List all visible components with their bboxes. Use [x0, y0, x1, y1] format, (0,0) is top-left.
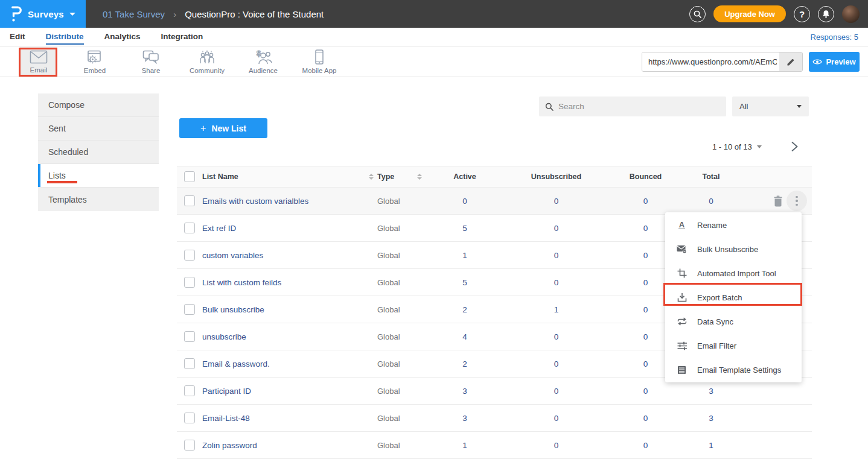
notifications-bell-icon[interactable] — [818, 6, 834, 22]
new-list-label: New List — [211, 124, 246, 133]
delete-list-icon[interactable] — [771, 193, 785, 209]
sidebar-item-lists[interactable]: Lists — [38, 164, 159, 188]
help-icon[interactable]: ? — [794, 6, 810, 22]
preview-label: Preview — [826, 57, 855, 66]
sort-icon[interactable] — [417, 174, 422, 180]
list-name-link[interactable]: Email & password. — [202, 359, 270, 369]
active-count[interactable]: 5 — [426, 278, 504, 287]
next-page-icon[interactable] — [791, 141, 799, 154]
tab-analytics[interactable]: Analytics — [104, 28, 141, 46]
sort-icon[interactable] — [369, 174, 374, 180]
preview-button[interactable]: Preview — [809, 52, 860, 72]
list-name-link[interactable]: Zolin password — [202, 441, 257, 450]
col-type[interactable]: Type — [377, 172, 394, 181]
channel-share[interactable]: Share — [132, 47, 170, 77]
active-count[interactable]: 1 — [426, 251, 504, 260]
list-name-link[interactable]: Emails with custom varialbles — [202, 197, 308, 206]
row-checkbox[interactable] — [184, 413, 195, 423]
row-checkbox[interactable] — [184, 195, 195, 206]
row-checkbox[interactable] — [184, 304, 195, 315]
channel-mobile-app[interactable]: Mobile App — [301, 47, 338, 77]
survey-url-input[interactable] — [642, 52, 779, 71]
channel-email[interactable]: Email — [20, 47, 57, 77]
list-type: Global — [377, 387, 426, 396]
responses-count[interactable]: Responses: 5 — [811, 33, 868, 42]
total-count[interactable]: 3 — [683, 414, 739, 423]
chevron-down-icon — [797, 105, 802, 108]
tab-distribute[interactable]: Distribute — [46, 28, 84, 46]
col-unsubscribed[interactable]: Unsubscribed — [504, 172, 608, 181]
active-count[interactable]: 3 — [426, 387, 504, 396]
col-list-name[interactable]: List Name — [202, 172, 238, 181]
list-name-link[interactable]: Email-List-48 — [202, 414, 250, 423]
menu-item-email-filter[interactable]: Email Filter — [665, 334, 802, 358]
col-bounced[interactable]: Bounced — [608, 172, 683, 181]
unsubscribed-count: 0 — [504, 414, 608, 423]
active-count[interactable]: 2 — [426, 305, 504, 314]
menu-label: Email Template Settings — [697, 365, 781, 375]
channel-list: Email Embed Share Community $ Audience M… — [20, 47, 338, 77]
sidebar-item-compose[interactable]: Compose — [38, 93, 159, 117]
channel-audience[interactable]: $ Audience — [244, 47, 282, 77]
active-count[interactable]: 0 — [426, 197, 504, 206]
list-name-link[interactable]: List with custom feilds — [202, 278, 281, 287]
menu-item-email-template-settings[interactable]: Email Template Settings — [665, 358, 802, 382]
active-count[interactable]: 3 — [426, 414, 504, 423]
tab-edit[interactable]: Edit — [10, 28, 25, 46]
channel-label: Community — [190, 67, 225, 74]
list-name-link[interactable]: custom variables — [202, 251, 263, 260]
active-count[interactable]: 5 — [426, 224, 504, 233]
total-count[interactable]: 1 — [683, 441, 739, 450]
row-checkbox[interactable] — [184, 250, 195, 261]
menu-item-automated-import-tool[interactable]: Automated Import Tool — [665, 261, 802, 285]
tab-integration[interactable]: Integration — [161, 28, 203, 46]
menu-item-data-sync[interactable]: Data Sync — [665, 309, 802, 334]
row-checkbox[interactable] — [184, 358, 195, 369]
select-all-checkbox[interactable] — [184, 171, 195, 182]
sidebar-item-templates[interactable]: Templates — [38, 188, 159, 211]
new-list-button[interactable]: + New List — [179, 118, 267, 138]
list-name-link[interactable]: Participant ID — [202, 387, 251, 396]
col-total[interactable]: Total — [683, 172, 739, 181]
active-count[interactable]: 1 — [426, 441, 504, 450]
table-row[interactable]: Emails with custom varialbles Global 0 0… — [177, 188, 812, 215]
distribute-toolbar: Email Embed Share Community $ Audience M… — [0, 47, 868, 77]
product-switcher[interactable]: Surveys — [0, 0, 86, 28]
total-count[interactable]: 3 — [683, 387, 739, 396]
list-name-link[interactable]: Bulk unsubscribe — [202, 305, 264, 314]
row-checkbox[interactable] — [184, 385, 195, 396]
list-name-link[interactable]: Ext ref ID — [202, 224, 236, 233]
table-row[interactable]: Email-List-48 Global 3 0 0 3 — [177, 405, 812, 432]
list-filter-dropdown[interactable]: All — [732, 96, 809, 116]
sidebar-item-scheduled[interactable]: Scheduled — [38, 141, 159, 164]
row-checkbox[interactable] — [184, 440, 195, 451]
search-input[interactable] — [558, 102, 720, 111]
menu-item-export-batch[interactable]: Export Batch — [665, 285, 802, 309]
user-avatar[interactable] — [842, 5, 860, 23]
row-checkbox[interactable] — [184, 331, 195, 342]
menu-label: Data Sync — [697, 317, 733, 326]
active-count[interactable]: 4 — [426, 332, 504, 341]
col-active[interactable]: Active — [426, 172, 504, 181]
table-row[interactable]: Zolin password Global 1 0 0 1 — [177, 432, 812, 459]
edit-url-icon[interactable] — [779, 52, 802, 71]
breadcrumb-survey-link[interactable]: 01 Take Survey — [103, 9, 165, 19]
row-checkbox[interactable] — [184, 277, 195, 288]
channel-embed[interactable]: Embed — [76, 47, 113, 77]
table-header: List Name Type Active Unsubscribed Bounc… — [177, 166, 812, 188]
row-checkbox[interactable] — [184, 223, 195, 233]
list-name-link[interactable]: unsubscribe — [202, 332, 246, 341]
row-menu-icon[interactable] — [787, 191, 807, 211]
pagination-dropdown[interactable]: 1 - 10 of 13 — [712, 142, 762, 151]
channel-community[interactable]: Community — [188, 47, 226, 77]
embed-icon — [87, 50, 103, 65]
search-icon[interactable] — [689, 6, 706, 22]
upgrade-now-button[interactable]: Upgrade Now — [713, 5, 786, 22]
menu-item-bulk-unsubscribe[interactable]: Bulk Unsubscribe — [665, 237, 802, 261]
total-count[interactable]: 0 — [683, 197, 739, 206]
sidebar-item-sent[interactable]: Sent — [38, 117, 159, 141]
menu-item-rename[interactable]: A Rename — [665, 213, 802, 237]
email-template-settings-icon — [677, 365, 687, 375]
menu-label: Automated Import Tool — [697, 269, 776, 278]
active-count[interactable]: 2 — [426, 359, 504, 369]
